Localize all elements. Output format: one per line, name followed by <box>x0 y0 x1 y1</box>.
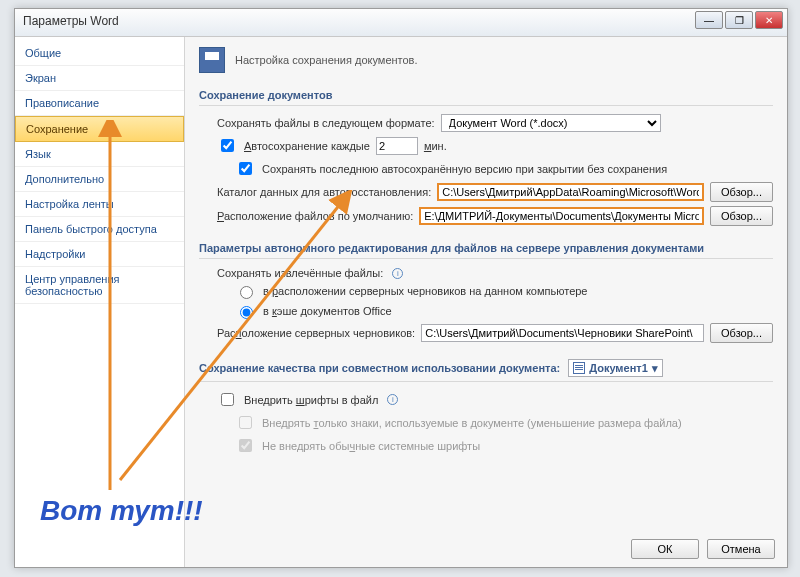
autosave-minutes-input[interactable] <box>376 137 418 155</box>
chevron-down-icon: ▾ <box>652 362 658 375</box>
cancel-button[interactable]: Отмена <box>707 539 775 559</box>
info-icon[interactable]: i <box>387 394 398 405</box>
dialog-footer: ОК Отмена <box>631 539 775 559</box>
sidebar-item-language[interactable]: Язык <box>15 142 184 167</box>
section-offline-editing: Параметры автономного редактирования для… <box>199 236 773 259</box>
autosave-checkbox[interactable] <box>221 139 234 152</box>
page-header: Настройка сохранения документов. <box>199 47 773 73</box>
recovery-dir-input[interactable] <box>437 183 704 201</box>
sidebar-item-save[interactable]: Сохранение <box>15 116 184 142</box>
info-icon[interactable]: i <box>392 268 403 279</box>
office-cache-radio[interactable] <box>240 306 253 319</box>
office-cache-radio-label: в кэше документов Office <box>263 305 392 317</box>
drafts-location-label: Расположение серверных черновиков: <box>217 327 415 339</box>
content-pane: Настройка сохранения документов. Сохране… <box>185 37 787 567</box>
default-location-input[interactable] <box>419 207 704 225</box>
default-location-label: Расположение файлов по умолчанию: <box>217 210 413 222</box>
save-format-select[interactable]: Документ Word (*.docx) <box>441 114 661 132</box>
sidebar-item-qat[interactable]: Панель быстрого доступа <box>15 217 184 242</box>
autosave-unit: мин. <box>424 140 447 152</box>
embed-fonts-label: Внедрить шрифты в файл <box>244 394 378 406</box>
server-drafts-radio-label: в расположении серверных черновиков на д… <box>263 285 588 297</box>
category-sidebar: Общие Экран Правописание Сохранение Язык… <box>15 37 185 567</box>
page-description: Настройка сохранения документов. <box>235 54 418 66</box>
no-embed-system-label: Не внедрять обычные системные шрифты <box>262 440 480 452</box>
browse-drafts-button[interactable]: Обзор... <box>710 323 773 343</box>
window-controls: — ❐ ✕ <box>693 11 783 29</box>
keep-last-autosave-label: Сохранять последнюю автосохранённую верс… <box>262 163 667 175</box>
sidebar-item-advanced[interactable]: Дополнительно <box>15 167 184 192</box>
sidebar-item-general[interactable]: Общие <box>15 41 184 66</box>
close-button[interactable]: ✕ <box>755 11 783 29</box>
no-embed-system-checkbox <box>239 439 252 452</box>
fidelity-document-select[interactable]: Документ1 ▾ <box>568 359 663 377</box>
save-checked-out-label: Сохранять извлечённые файлы: <box>217 267 383 279</box>
recovery-dir-label: Каталог данных для автовосстановления: <box>217 186 431 198</box>
embed-only-used-label: Внедрять только знаки, используемые в до… <box>262 417 682 429</box>
window-title: Параметры Word <box>23 14 119 28</box>
drafts-location-input[interactable] <box>421 324 704 342</box>
sidebar-item-addins[interactable]: Надстройки <box>15 242 184 267</box>
section-preserve-fidelity: Сохранение качества при совместном испол… <box>199 353 773 382</box>
titlebar[interactable]: Параметры Word — ❐ ✕ <box>15 9 787 37</box>
server-drafts-radio[interactable] <box>240 286 253 299</box>
browse-default-location-button[interactable]: Обзор... <box>710 206 773 226</box>
sidebar-item-display[interactable]: Экран <box>15 66 184 91</box>
section-save-documents: Сохранение документов <box>199 83 773 106</box>
embed-only-used-checkbox <box>239 416 252 429</box>
minimize-button[interactable]: — <box>695 11 723 29</box>
autosave-label: Автосохранение каждые <box>244 140 370 152</box>
maximize-button[interactable]: ❐ <box>725 11 753 29</box>
browse-recovery-button[interactable]: Обзор... <box>710 182 773 202</box>
sidebar-item-trust[interactable]: Центр управления безопасностью <box>15 267 184 304</box>
embed-fonts-checkbox[interactable] <box>221 393 234 406</box>
sidebar-item-proofing[interactable]: Правописание <box>15 91 184 116</box>
save-format-label: Сохранять файлы в следующем формате: <box>217 117 435 129</box>
annotation-label: Вот тут!!! <box>40 495 203 527</box>
ok-button[interactable]: ОК <box>631 539 699 559</box>
options-dialog: Параметры Word — ❐ ✕ Общие Экран Правопи… <box>14 8 788 568</box>
save-disk-icon <box>199 47 225 73</box>
document-icon <box>573 362 585 374</box>
sidebar-item-ribbon[interactable]: Настройка ленты <box>15 192 184 217</box>
keep-last-autosave-checkbox[interactable] <box>239 162 252 175</box>
